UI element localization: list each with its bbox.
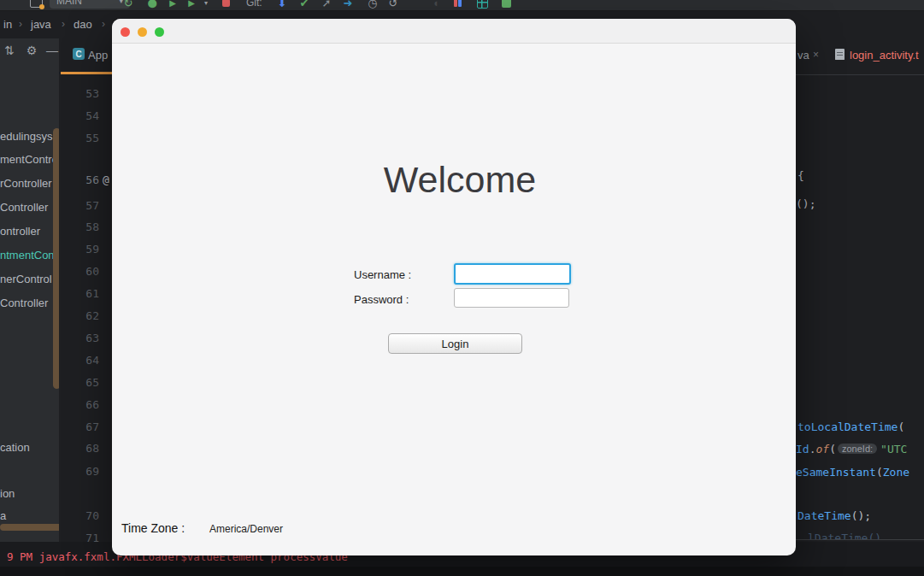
tree-item[interactable]: a	[0, 509, 59, 525]
line-number: 65	[61, 376, 99, 389]
close-window-icon[interactable]	[121, 27, 130, 37]
run-widget-icon[interactable]	[29, 0, 43, 9]
tree-item[interactable]: mentContro	[0, 153, 59, 168]
line-number: 69	[61, 465, 99, 478]
debug-icon[interactable]: ⬤	[145, 0, 159, 9]
editor-code-area[interactable]: { (); toLocalDateTime( Id.of(zoneId:"UTC…	[796, 75, 924, 540]
git-merge-icon[interactable]: ➚	[320, 0, 333, 9]
annotation-at-sign: @	[103, 173, 109, 186]
chevron-right-icon: ›	[19, 18, 22, 30]
services-icon[interactable]	[475, 0, 489, 9]
chevron-right-icon: ›	[102, 18, 105, 30]
run-icon[interactable]: ▶	[166, 0, 180, 9]
git-update-icon[interactable]: ⬇	[275, 0, 289, 9]
close-icon[interactable]: ×	[813, 49, 819, 61]
project-panel: ⇅ ⚙ — edulingsys mentContro rController …	[0, 38, 59, 547]
timezone-label: Time Zone :	[121, 521, 185, 535]
line-number: 64	[61, 354, 99, 367]
horizontal-scrollbar-thumb[interactable]	[0, 524, 59, 531]
tree-item[interactable]: edulingsys	[0, 130, 59, 145]
line-number: 71	[61, 532, 99, 542]
tree-item[interactable]: Controller	[0, 201, 59, 216]
code-line-67: toLocalDateTime(	[797, 420, 904, 433]
breadcrumb-item[interactable]: in	[3, 18, 12, 31]
tree-item[interactable]: ontroller	[0, 225, 59, 240]
line-number: 53	[61, 87, 99, 100]
collapse-all-icon[interactable]: ⇅	[2, 42, 17, 59]
line-number: 62	[61, 309, 99, 322]
editor-tab-login-activity[interactable]: login_activity.t	[850, 49, 919, 62]
vertical-scrollbar-thumb[interactable]	[53, 128, 59, 389]
line-number: 56	[61, 173, 99, 186]
line-number: 59	[61, 243, 99, 256]
parameter-hint: zoneId:	[838, 444, 877, 454]
login-button[interactable]: Login	[388, 333, 522, 354]
run-configuration-selector[interactable]: MAIN ▾	[50, 0, 130, 9]
editor-tab-label-end[interactable]: va	[797, 49, 809, 62]
tree-item[interactable]: ion	[0, 487, 59, 503]
class-icon: C	[73, 48, 85, 60]
tree-item-selected[interactable]: ntmentCon	[0, 249, 59, 264]
editor-tab-label: App	[88, 49, 108, 62]
line-number: 70	[61, 509, 99, 522]
undo-icon[interactable]: ↺	[386, 0, 400, 9]
stop-icon[interactable]	[219, 0, 232, 9]
username-label: Username :	[354, 268, 411, 281]
line-number: 54	[61, 109, 99, 122]
history-icon[interactable]: ◷	[366, 0, 380, 9]
line-number: 61	[61, 287, 99, 300]
editor-gutter: 53 54 55 56 57 58 59 60 61 62 63 64 65 6…	[61, 75, 112, 542]
code-line-56: {	[797, 169, 804, 182]
tree-item[interactable]: nerControl	[0, 273, 59, 288]
code-line-69: eSameInstant(Zone	[796, 466, 909, 479]
line-number: 66	[61, 398, 99, 411]
editor-tab-bar-right: va × login_activity.t	[796, 38, 924, 75]
plugin-icon[interactable]	[499, 0, 513, 9]
line-number: 68	[61, 442, 99, 455]
code-line-68: Id.of(zoneId:"UTC	[796, 443, 907, 456]
line-number: 55	[61, 132, 99, 144]
coverage-icon[interactable]	[451, 0, 465, 9]
code-line-57: ();	[796, 197, 815, 210]
login-window: Welcome Username : Password : Login Time…	[112, 19, 796, 555]
line-number: 60	[61, 265, 99, 278]
tree-item[interactable]: rController	[0, 177, 59, 192]
hide-panel-icon[interactable]: —	[44, 42, 59, 59]
tree-item[interactable]: Controller	[0, 297, 59, 312]
line-number: 58	[61, 220, 99, 233]
run-more-caret-icon[interactable]: ▾	[199, 0, 213, 9]
console-lower-strip	[0, 567, 924, 576]
git-commit-icon[interactable]: ✔	[297, 0, 311, 9]
welcome-heading: Welcome	[112, 159, 796, 201]
gear-icon[interactable]: ⚙	[24, 42, 39, 59]
username-input[interactable]	[454, 263, 571, 285]
password-label: Password :	[354, 293, 409, 306]
window-titlebar[interactable]	[112, 19, 796, 44]
password-input[interactable]	[454, 288, 569, 308]
file-icon	[835, 49, 845, 60]
line-number: 63	[61, 332, 99, 344]
tree-item[interactable]: cation	[0, 441, 59, 456]
profiler-icon[interactable]: ◖	[429, 0, 443, 9]
code-line-71: lDateTime()	[808, 532, 881, 540]
chevron-right-icon: ›	[62, 18, 65, 30]
git-label: Git:	[246, 0, 262, 10]
active-tab-underline	[61, 72, 112, 74]
code-line-70: DateTime();	[797, 509, 871, 522]
minimize-window-icon[interactable]	[138, 27, 147, 37]
zoom-window-icon[interactable]	[155, 27, 164, 37]
run-coverage-icon[interactable]: ▶	[185, 0, 198, 9]
breadcrumb-item[interactable]: java	[31, 18, 51, 31]
screen: MAIN ▾ ↻ ⬤ ▶ ▶ ▾ Git: ⬇ ✔ ➚ ➜ ◷ ↺ ◖ in ›…	[0, 0, 924, 576]
line-number: 67	[61, 420, 99, 433]
line-number: 57	[61, 199, 99, 212]
editor-tab-app[interactable]: C App	[61, 38, 112, 75]
git-push-icon[interactable]: ➜	[341, 0, 355, 9]
rerun-icon[interactable]: ↻	[121, 0, 135, 9]
breadcrumb-item[interactable]: dao	[74, 18, 92, 31]
run-configuration-label: MAIN	[56, 0, 82, 7]
timezone-value: America/Denver	[209, 523, 283, 535]
main-toolbar: MAIN ▾ ↻ ⬤ ▶ ▶ ▾ Git: ⬇ ✔ ➚ ➜ ◷ ↺ ◖	[0, 0, 924, 11]
